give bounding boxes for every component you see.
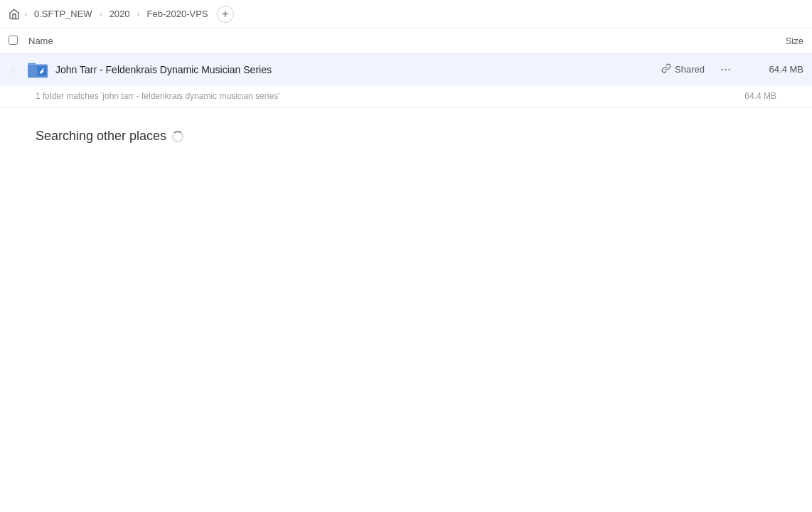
match-info-text: 1 folder matches 'john tarr - feldenkrai… [36, 91, 279, 101]
separator-1: › [24, 9, 27, 19]
separator-2: › [100, 9, 102, 19]
match-info-bar: 1 folder matches 'john tarr - feldenkrai… [0, 85, 812, 107]
separator-3: › [137, 9, 140, 19]
link-icon [661, 63, 671, 75]
breadcrumb-bar: › 0.SFTP_NEW › 2020 › Feb-2020-VPS + [0, 0, 812, 28]
breadcrumb-home[interactable] [9, 9, 20, 20]
match-info-size: 64.4 MB [744, 91, 776, 101]
more-options-button[interactable]: ··· [716, 60, 735, 78]
table-header: Name Size [0, 28, 812, 54]
file-name-label: John Tarr - Feldenkrais Dynamic Musician… [55, 64, 661, 75]
breadcrumb-item-2020[interactable]: 2020 [107, 7, 133, 21]
shared-badge[interactable]: Shared [661, 63, 705, 75]
add-breadcrumb-button[interactable]: + [217, 6, 234, 23]
searching-title-text: Searching other places [36, 129, 166, 144]
searching-title: Searching other places [36, 129, 776, 144]
breadcrumb-item-sftp[interactable]: 0.SFTP_NEW [31, 7, 95, 21]
size-column-header: Size [747, 36, 803, 46]
star-icon[interactable]: ☆ [9, 64, 23, 75]
folder-icon [27, 60, 50, 80]
shared-label: Shared [675, 64, 705, 75]
searching-section: Searching other places [0, 107, 812, 165]
breadcrumb-item-feb[interactable]: Feb-2020-VPS [144, 7, 211, 21]
loading-spinner [172, 131, 183, 142]
select-all-checkbox[interactable] [9, 36, 23, 47]
file-size-value: 64.4 MB [747, 64, 803, 75]
name-column-header: Name [28, 36, 747, 46]
file-row[interactable]: ☆ John Tarr - Feldenkrais Dynamic Musici… [0, 54, 812, 85]
